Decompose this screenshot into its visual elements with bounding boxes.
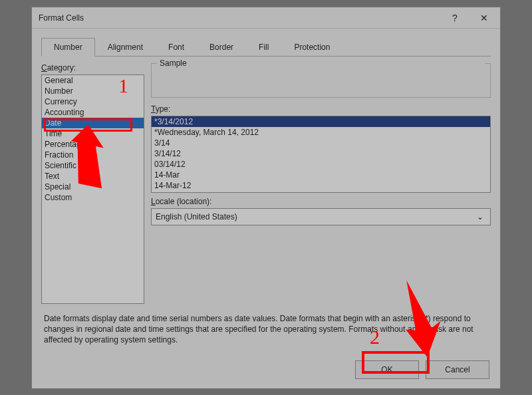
description-text: Date formats display date and time seria… (32, 304, 500, 346)
tab-alignment[interactable]: Alignment (95, 38, 156, 57)
category-item-scientific[interactable]: Scientific (42, 160, 144, 171)
tab-border[interactable]: Border (197, 38, 246, 57)
category-item-date[interactable]: Date (42, 118, 144, 128)
type-item[interactable]: 3/14 (152, 138, 490, 148)
locale-dropdown[interactable]: English (United States) ⌄ (151, 208, 491, 225)
type-item[interactable]: *3/14/2012 (152, 116, 490, 127)
chevron-down-icon: ⌄ (474, 212, 486, 221)
type-item[interactable]: 03/14/12 (152, 159, 490, 170)
tab-strip: Number Alignment Font Border Fill Protec… (32, 29, 500, 57)
category-item-percentage[interactable]: Percentage (42, 139, 144, 150)
category-item-currency[interactable]: Currency (42, 96, 144, 107)
cancel-button[interactable]: Cancel (426, 360, 489, 379)
tab-number[interactable]: Number (41, 38, 95, 57)
category-item-time[interactable]: Time (42, 128, 144, 139)
category-item-custom[interactable]: Custom (42, 192, 144, 203)
category-item-fraction[interactable]: Fraction (42, 150, 144, 160)
ok-button[interactable]: OK (355, 360, 419, 379)
category-item-special[interactable]: Special (42, 182, 144, 192)
type-listbox[interactable]: *3/14/2012 *Wednesday, March 14, 2012 3/… (151, 116, 491, 193)
format-cells-dialog: Format Cells ? ✕ Number Alignment Font B… (31, 7, 501, 389)
type-label: Type: (151, 104, 491, 114)
help-button[interactable]: ? (440, 8, 469, 28)
category-item-accounting[interactable]: Accounting (42, 107, 144, 118)
sample-value (157, 76, 485, 85)
type-item[interactable]: 14-Mar (152, 170, 490, 180)
close-button[interactable]: ✕ (469, 8, 499, 28)
type-item[interactable]: 14-Mar-12 (152, 180, 490, 191)
type-item[interactable]: *Wednesday, March 14, 2012 (152, 127, 490, 138)
category-item-number[interactable]: Number (42, 86, 144, 96)
settings-column: Sample Type: *3/14/2012 *Wednesday, Marc… (151, 63, 491, 304)
titlebar: Format Cells ? ✕ (32, 7, 500, 29)
locale-value: English (United States) (156, 212, 237, 221)
category-label: Category: (41, 63, 144, 72)
sample-label: Sample (157, 59, 485, 68)
type-item[interactable]: 3/14/12 (152, 148, 490, 159)
tab-fill[interactable]: Fill (246, 38, 281, 57)
locale-label: Locale (location): (151, 197, 491, 206)
category-listbox[interactable]: General Number Currency Accounting Date … (41, 74, 144, 304)
category-column: Category: General Number Currency Accoun… (41, 63, 144, 304)
tab-font[interactable]: Font (156, 38, 197, 57)
category-item-text[interactable]: Text (42, 171, 144, 182)
dialog-content: Category: General Number Currency Accoun… (32, 57, 500, 304)
sample-box: Sample (151, 63, 491, 98)
button-row: OK Cancel (355, 360, 489, 379)
tab-protection[interactable]: Protection (281, 38, 342, 57)
category-item-general[interactable]: General (42, 75, 144, 86)
dialog-title: Format Cells (39, 13, 440, 23)
